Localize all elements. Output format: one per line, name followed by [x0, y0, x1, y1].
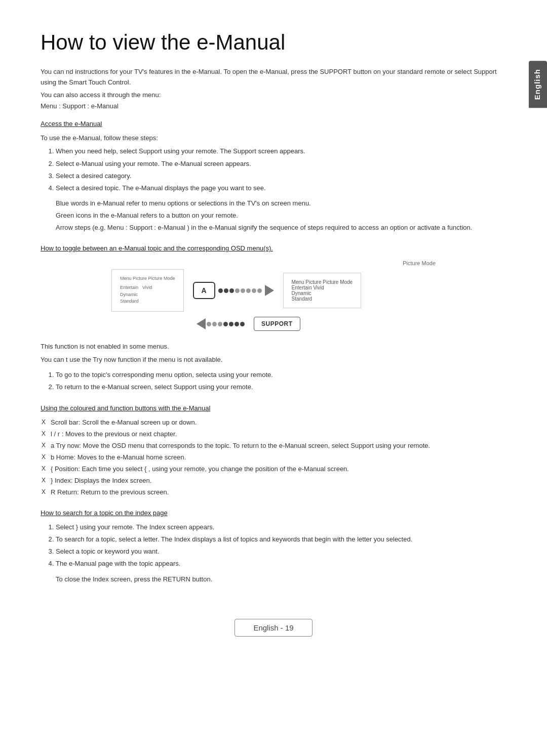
diagram-right-panel: Menu Picture Picture Mode Entertain Vivi… — [283, 273, 362, 308]
btn-item-4: b Home: Moves to the e-Manual home scree… — [51, 452, 506, 463]
buttons-list: Scroll bar: Scroll the e-Manual screen u… — [51, 417, 506, 498]
ldot4 — [223, 322, 228, 326]
right-menu-row: Menu Picture Picture Mode — [292, 279, 353, 285]
page-footer: English - 19 — [0, 619, 547, 637]
section-toggle-header: How to toggle between an e-Manual topic … — [41, 244, 506, 252]
toggle-step-1: To go to the topic's corresponding menu … — [56, 369, 506, 381]
page-container: English How to view the e-Manual You can… — [0, 0, 547, 657]
left-item1: Dynamic — [120, 292, 175, 297]
toggle-note2: You can t use the Try now function if th… — [41, 354, 506, 365]
access-indent1: Blue words in e-Manual refer to menu opt… — [56, 198, 506, 209]
index-step-4: The e-Manual page with the topic appears… — [56, 558, 506, 569]
ldot6 — [235, 322, 239, 326]
support-btn-label: SUPPORT — [261, 320, 293, 327]
ldot3 — [218, 322, 222, 326]
toggle-step-2: To return to the e-Manual screen, select… — [56, 382, 506, 393]
left-row1b: Vivid — [142, 285, 152, 290]
btn-item-5: { Position: Each time you select { , usi… — [51, 464, 506, 475]
ldot5 — [229, 322, 233, 326]
toggle-steps-list: To go to the topic's corresponding menu … — [56, 369, 506, 393]
right-row1a: Entertain — [292, 285, 312, 290]
diagram-wrapper: Picture Mode Menu Picture Picture Mode E… — [41, 260, 506, 331]
index-step-2: To search for a topic, select a letter. … — [56, 534, 506, 545]
support-button[interactable]: SUPPORT — [254, 317, 300, 331]
toggle-note1: This function is not enabled in some men… — [41, 341, 506, 352]
section-index-header: How to search for a topic on the index p… — [41, 509, 506, 517]
left-item2: Standard — [120, 299, 175, 304]
dot1 — [218, 288, 223, 293]
btn-item-3: a Try now: Move the OSD menu that corres… — [51, 440, 506, 451]
ldot7 — [240, 322, 245, 326]
btn-a[interactable]: A — [193, 282, 215, 299]
access-step-2: Select e-Manual using your remote. The e… — [56, 158, 506, 170]
dot8 — [257, 288, 262, 293]
dot5 — [241, 288, 245, 293]
ldot1 — [207, 322, 211, 326]
dot6 — [246, 288, 251, 293]
access-intro: To use the e-Manual, follow these steps: — [41, 133, 506, 144]
index-step-1: Select } using your remote. The Index sc… — [56, 522, 506, 533]
menu-path: Menu : Support : e-Manual — [41, 102, 506, 110]
access-indent2: Green icons in the e-Manual refers to a … — [56, 210, 506, 221]
btn-item-6: } Index: Displays the Index screen. — [51, 475, 506, 486]
left-menu-row: Menu Picture Picture Mode — [120, 276, 175, 281]
diagram-arrow-right-group: A — [193, 282, 274, 299]
left-row1a: Entertain — [120, 285, 138, 290]
right-item1: Dynamic — [292, 290, 353, 296]
arrow-right-icon — [265, 285, 274, 296]
ldot2 — [212, 322, 217, 326]
diagram-left-panel: Menu Picture Picture Mode Entertain Vivi… — [111, 269, 184, 312]
section-access-header: Access the e-Manual — [41, 120, 506, 128]
access-step-1: When you need help, select Support using… — [56, 146, 506, 157]
dot2 — [224, 288, 228, 293]
dots-line-left — [197, 318, 245, 329]
btn-item-2: l / r : Moves to the previous or next ch… — [51, 429, 506, 440]
right-item2: Standard — [292, 296, 353, 302]
dots-line-right — [218, 288, 262, 293]
intro-line1: You can nd instructions for your TV's fe… — [41, 67, 506, 88]
intro-line2: You can also access it through the menu: — [41, 90, 506, 101]
btn-a-label: A — [202, 286, 207, 295]
access-steps-list: When you need help, select Support using… — [56, 146, 506, 193]
access-step-4: Select a desired topic. The e-Manual dis… — [56, 183, 506, 194]
side-tab-english: English — [529, 61, 547, 108]
dot3 — [229, 288, 234, 293]
access-indent3: Arrow steps (e.g. Menu : Support : e-Man… — [56, 222, 506, 233]
index-step-3: Select a topic or keyword you want. — [56, 546, 506, 557]
arrow-left-icon — [197, 318, 206, 329]
page-title: How to view the e-Manual — [41, 30, 506, 55]
right-row1b: Vivid — [313, 285, 324, 290]
access-step-3: Select a desired category. — [56, 171, 506, 182]
index-steps-list: Select } using your remote. The Index sc… — [56, 522, 506, 569]
footer-box: English - 19 — [235, 619, 312, 637]
side-tab-label: English — [533, 69, 541, 100]
picture-mode-label: Picture Mode — [403, 260, 436, 266]
index-close-note: To close the Index screen, press the RET… — [56, 574, 506, 585]
btn-item-1: Scroll bar: Scroll the e-Manual screen u… — [51, 417, 506, 428]
section-buttons-header: Using the coloured and function buttons … — [41, 404, 506, 412]
btn-item-7: R Return: Return to the previous screen. — [51, 487, 506, 498]
footer-text: English - 19 — [253, 623, 293, 632]
dot4 — [235, 288, 240, 293]
dot7 — [252, 288, 256, 293]
